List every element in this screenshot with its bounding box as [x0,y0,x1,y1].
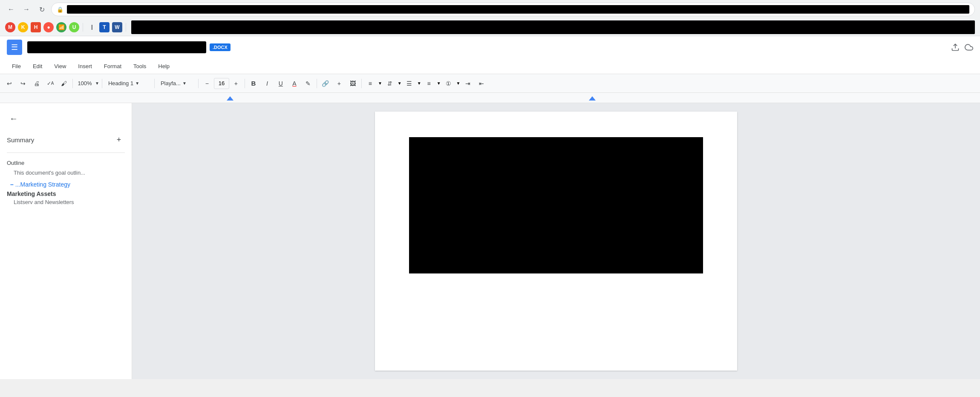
redo-button[interactable]: ↪ [17,78,29,89]
meet-extension[interactable]: 📶 [56,22,66,32]
zoom-value: 100% [75,80,94,86]
ext-blue[interactable]: ⁞ [86,22,97,32]
forward-button[interactable]: → [20,3,32,15]
menu-view[interactable]: View [49,61,71,71]
gmail-extension[interactable]: M [5,22,15,32]
back-button[interactable]: ← [5,3,17,15]
bullet-dropdown-icon[interactable]: ▼ [437,81,441,86]
active-item-dash: – [10,181,14,188]
spoke-extension[interactable]: ● [43,22,54,32]
align-button[interactable]: ≡ [364,78,376,89]
font-size-increase[interactable]: + [230,78,242,89]
save-to-drive-button[interactable] [951,43,960,52]
text-color-button[interactable]: A [288,78,300,89]
spell-check-button[interactable]: ✓A [44,78,56,89]
menu-help[interactable]: Help [153,61,175,71]
menu-edit[interactable]: Edit [28,61,47,71]
cloud-save-button[interactable] [965,43,973,52]
title-bar: ☰ .DOCX [0,36,980,58]
hinge-extension[interactable]: H [31,22,41,32]
toolbar-divider-3 [154,79,155,88]
align-dropdown-icon[interactable]: ▼ [378,81,382,86]
sidebar-outline-desc: This document's goal outlin... [7,170,125,176]
increase-indent-button[interactable]: ⇥ [462,78,474,89]
address-bar[interactable]: 🔒 [51,3,975,16]
sidebar-active-outline-item[interactable]: – ...Marketing Strategy [7,181,125,188]
menu-bar: File Edit View Insert Format Tools Help [0,58,980,74]
header-icons [951,43,973,52]
ext-divider-2 [126,23,126,32]
toolbar-divider-7 [361,79,362,88]
menu-file[interactable]: File [7,61,26,71]
print-button[interactable]: 🖨 [31,78,43,89]
sidebar-subitem[interactable]: Listserv and Newsletters [7,199,125,205]
document-page [375,112,737,371]
toolbar-divider-1 [72,79,73,88]
sidebar-heading-item[interactable]: Marketing Assets [7,190,125,197]
bold-button[interactable]: B [248,78,259,89]
document-canvas[interactable] [132,103,980,379]
bullet-list-button[interactable]: ≡ [423,78,435,89]
menu-tools[interactable]: Tools [128,61,151,71]
lock-icon: 🔒 [57,6,63,13]
app-header: ☰ .DOCX File Edit View Insert [0,36,980,74]
logo-icon: ☰ [11,43,18,52]
numbered-list-button[interactable]: ① [443,78,455,89]
underline-button[interactable]: U [275,78,287,89]
menu-format[interactable]: Format [99,61,127,71]
toolbar-divider-2 [102,79,102,88]
sidebar-divider [7,152,125,153]
italic-button[interactable]: I [261,78,273,89]
url-text [67,5,969,14]
sidebar: ← Summary + Outline This document's goal… [0,103,132,379]
todo-extension[interactable]: T [99,22,110,32]
paint-format-button[interactable]: 🖌 [58,78,70,89]
doc-title-redacted [27,41,206,53]
image-button[interactable]: 🖼 [347,78,359,89]
style-value: Heading 1 [108,80,133,86]
upwork-extension[interactable]: U [69,22,79,32]
ext-divider-1 [83,23,83,32]
menu-insert[interactable]: Insert [73,61,97,71]
ruler [0,93,980,103]
line-spacing-button[interactable]: ⇵ [384,78,396,89]
toolbar-divider-5 [245,79,245,88]
zoom-control[interactable]: 100% ▼ [75,80,99,86]
document-redacted-image [409,137,703,273]
sidebar-summary-row: Summary + [7,134,125,146]
font-size-control: − 16 + [201,78,242,89]
highlight-button[interactable]: ✎ [302,78,314,89]
extension-bar: M K H ● 📶 U ⁞ T W [0,19,980,36]
toolbar: ↩ ↪ 🖨 ✓A 🖌 100% ▼ Heading 1 ▼ Playfa... … [0,74,980,93]
font-value: Playfa... [161,80,181,86]
style-selector[interactable]: Heading 1 ▼ [105,79,152,87]
toolbar-divider-4 [198,79,199,88]
zoom-dropdown-icon[interactable]: ▼ [95,81,99,86]
numbered-dropdown-icon[interactable]: ▼ [456,81,461,86]
sidebar-back-button[interactable]: ← [7,112,20,125]
sidebar-add-button[interactable]: + [113,134,125,146]
app-logo: ☰ [7,40,22,55]
checklist-button[interactable]: ☰ [404,78,415,89]
word-extension[interactable]: W [112,22,122,32]
doc-title-area: .DOCX [27,41,946,53]
font-dropdown-icon: ▼ [182,81,187,86]
font-selector[interactable]: Playfa... ▼ [157,79,196,87]
keep-extension[interactable]: K [18,22,28,32]
reload-button[interactable]: ↻ [36,3,48,15]
toolbar-divider-6 [317,79,317,88]
style-dropdown-icon: ▼ [135,81,139,86]
font-size-decrease[interactable]: − [201,78,213,89]
extension-bar-right-redacted [131,20,975,34]
docx-badge[interactable]: .DOCX [210,43,231,51]
link-button[interactable]: 🔗 [320,78,331,89]
browser-nav-bar: ← → ↻ 🔒 [0,0,980,19]
comment-button[interactable]: + [333,78,345,89]
decrease-indent-button[interactable]: ⇤ [476,78,487,89]
main-area: ← Summary + Outline This document's goal… [0,103,980,379]
undo-button[interactable]: ↩ [3,78,15,89]
spacing-dropdown-icon[interactable]: ▼ [398,81,402,86]
checklist-dropdown-icon[interactable]: ▼ [417,81,421,86]
font-size-value[interactable]: 16 [214,78,229,89]
sidebar-outline-label: Outline [7,160,125,166]
